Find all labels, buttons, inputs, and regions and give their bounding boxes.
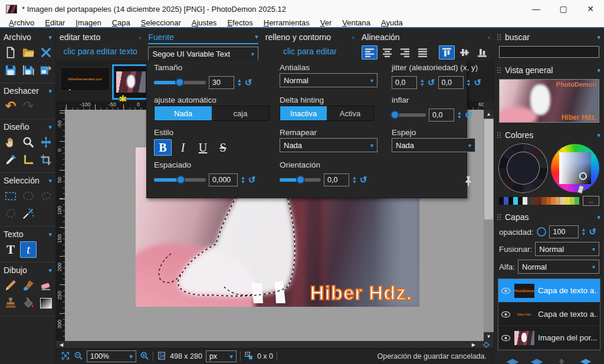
palette-swatch[interactable] (513, 197, 518, 205)
mirror-dropdown[interactable]: Nada▾ (392, 138, 475, 152)
palette-swatch[interactable] (527, 197, 532, 205)
maximize-button[interactable]: ▢ (550, 0, 577, 18)
palette-swatch[interactable] (532, 197, 537, 205)
select-lasso-tool-icon[interactable] (38, 188, 54, 204)
menu-ver[interactable]: Ver (315, 18, 337, 27)
alpha-mode-dropdown[interactable]: Normal▾ (518, 260, 599, 274)
search-input[interactable] (499, 46, 599, 58)
text-advanced-tool-icon[interactable]: t (20, 241, 37, 258)
unit-dropdown[interactable]: px ▾ (206, 350, 237, 362)
move-layer-down-icon[interactable] (576, 357, 596, 364)
save-tool-icon[interactable] (2, 62, 19, 78)
fit-to-window-icon[interactable] (61, 351, 70, 362)
magic-wand-tool-icon[interactable] (20, 205, 37, 222)
color-indicator[interactable] (579, 172, 587, 180)
new-image-tool-icon[interactable] (2, 44, 19, 61)
chevron-down-icon[interactable]: ▾ (48, 87, 52, 95)
clone-stamp-tool-icon[interactable] (2, 295, 19, 311)
measure-tool-icon[interactable] (20, 152, 37, 168)
zoom-tool-icon[interactable] (20, 134, 37, 150)
drag-grip-icon[interactable] (497, 214, 502, 221)
close-button[interactable]: ✕ (577, 0, 604, 18)
jitter-x-input[interactable]: 0,0 (392, 76, 417, 89)
close-image-tool-icon[interactable] (38, 44, 54, 61)
palette-swatch[interactable] (537, 197, 541, 205)
spacing-stepper[interactable]: ▲▼ (241, 176, 245, 184)
crop-tool-icon[interactable] (38, 152, 54, 168)
save-copy-tool-icon[interactable] (20, 62, 37, 78)
scroll-down-icon[interactable]: ▼ (484, 332, 494, 341)
chevron-down-icon[interactable]: ▾ (597, 67, 600, 74)
fill-outline-link[interactable]: clic para editar (265, 43, 354, 56)
add-layer-icon[interactable] (503, 357, 523, 364)
align-bottom-icon[interactable] (474, 45, 490, 60)
strikethrough-button[interactable]: S (214, 139, 232, 156)
palette-swatch[interactable] (504, 197, 508, 205)
zoom-in-icon[interactable] (140, 351, 149, 362)
pencil-tool-icon[interactable] (2, 277, 19, 294)
size-input[interactable]: 30 (209, 76, 234, 89)
blend-mode-dropdown[interactable]: Normal▾ (535, 242, 599, 256)
open-image-tool-icon[interactable] (20, 44, 37, 61)
layer-row[interactable]: Imagen del por... (498, 326, 600, 350)
palette-swatch[interactable] (518, 197, 523, 205)
chevron-down-icon[interactable]: ▾ (48, 231, 52, 238)
hue-notch[interactable] (577, 185, 585, 194)
font-family-dropdown[interactable]: Segoe UI Variable Text ▾ (148, 47, 258, 61)
orientation-reset-icon[interactable]: ↺ (360, 175, 367, 185)
eraser-tool-icon[interactable] (38, 277, 54, 294)
move-tool-icon[interactable] (38, 134, 54, 150)
jitter-x-stepper[interactable]: ▲▼ (420, 78, 425, 87)
italic-button[interactable]: I (174, 139, 192, 156)
menu-seleccionar[interactable]: Seleccionar (136, 18, 186, 27)
chevron-down-icon[interactable]: ▾ (597, 132, 600, 139)
chevron-down-icon[interactable]: ▾ (48, 34, 52, 41)
color-history-wheel[interactable] (499, 144, 547, 192)
vscroll-thumb[interactable] (484, 119, 493, 219)
align-center-icon[interactable] (379, 45, 395, 60)
paintbrush-tool-icon[interactable] (20, 277, 37, 294)
hand-tool-icon[interactable] (2, 134, 19, 150)
menu-capa[interactable]: Capa (107, 18, 136, 27)
undo-tool-icon[interactable]: ↶ (2, 98, 19, 114)
text-basic-tool-icon[interactable]: T (2, 241, 19, 258)
fill-tool-icon[interactable] (20, 295, 37, 311)
menu-herramientas[interactable]: Herramientas (258, 18, 315, 27)
export-tool-icon[interactable] (38, 62, 54, 78)
palette-swatch[interactable] (565, 197, 570, 205)
align-middle-icon[interactable] (457, 45, 472, 60)
drag-grip-icon[interactable] (497, 67, 502, 74)
spacing-reset-icon[interactable]: ↺ (248, 175, 256, 185)
align-justify-icon[interactable] (415, 45, 431, 60)
autofit-nada-button[interactable]: Nada (155, 106, 212, 120)
horizontal-scrollbar[interactable]: ◀ ▶ (56, 341, 494, 348)
hinting-inactiva-button[interactable]: Inactiva (280, 106, 327, 120)
palette-swatch[interactable] (570, 197, 575, 205)
overview-preview[interactable]: PhotoDemon Hiber Hdz. (499, 79, 599, 123)
opacity-input[interactable]: 100 (549, 225, 579, 238)
layer-visibility-eye-icon[interactable] (501, 335, 511, 342)
size-reset-icon[interactable]: ↺ (245, 77, 252, 88)
inflate-slider[interactable] (392, 113, 426, 117)
scroll-right-icon[interactable]: ▶ (468, 342, 479, 347)
select-ellipse-tool-icon[interactable] (20, 188, 37, 204)
opacity-knob[interactable] (537, 227, 546, 237)
spacing-input[interactable]: 0,000 (209, 173, 238, 186)
palette-swatch[interactable] (523, 197, 527, 205)
palette-swatch[interactable] (541, 197, 546, 205)
palette-more-button[interactable]: ... (583, 196, 599, 206)
drag-grip-icon[interactable] (497, 132, 502, 139)
vertical-scrollbar[interactable]: ▲ ▼ (484, 110, 494, 341)
image-tab-1[interactable]: Hiberhernandez.csv ✱ (60, 67, 110, 91)
underline-button[interactable]: U (194, 139, 212, 156)
delete-layer-icon[interactable] (527, 357, 547, 364)
menu-efectos[interactable]: Efectos (222, 18, 258, 27)
inflate-input[interactable]: 0,0 (429, 109, 454, 122)
align-right-icon[interactable] (397, 45, 413, 60)
palette-swatch[interactable] (546, 197, 551, 205)
align-left-icon[interactable] (362, 45, 378, 60)
palette-swatch[interactable] (499, 197, 504, 205)
chevron-down-icon[interactable]: ▾ (255, 33, 258, 41)
collapse-left-icon[interactable]: ‹ (139, 34, 142, 41)
chevron-down-icon[interactable]: ▾ (48, 123, 52, 131)
